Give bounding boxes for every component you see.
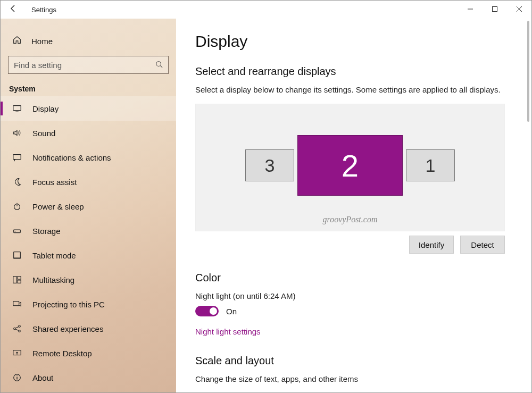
sidebar-item-focus[interactable]: Focus assist [1, 170, 176, 194]
window-body: Home Find a setting System DisplaySoundN… [1, 19, 531, 392]
main-content: Display Select and rearrange displays Se… [176, 19, 531, 392]
color-heading: Color [195, 272, 505, 284]
settings-window: Settings Home Find a sett [0, 0, 532, 393]
share-icon [12, 324, 25, 333]
display-monitor-1[interactable]: 1 [406, 149, 455, 181]
power-icon [12, 202, 25, 211]
close-button[interactable] [507, 1, 531, 18]
svg-rect-11 [14, 230, 21, 232]
night-light-toggle[interactable] [195, 306, 219, 316]
display-monitor-2[interactable]: 2 [297, 135, 403, 196]
svg-rect-8 [13, 155, 21, 160]
chat-icon [12, 153, 25, 162]
sidebar-item-label: Remote Desktop [32, 349, 92, 358]
sidebar-item-tablet[interactable]: Tablet mode [1, 243, 176, 267]
sidebar-item-shared[interactable]: Shared experiences [1, 316, 176, 341]
svg-line-5 [161, 65, 163, 68]
sidebar-item-label: Projecting to this PC [32, 300, 105, 309]
svg-point-12 [15, 231, 15, 231]
project-icon [12, 299, 25, 309]
svg-point-4 [156, 61, 161, 66]
svg-rect-18 [13, 302, 19, 306]
sidebar-item-label: Notifications & actions [32, 153, 111, 162]
moon-icon [12, 177, 25, 187]
multitask-icon [12, 275, 25, 285]
sidebar-home[interactable]: Home [1, 29, 176, 53]
display-arrangement-canvas[interactable]: 321 groovyPost.com [195, 104, 505, 231]
maximize-button[interactable] [483, 1, 507, 18]
toggle-state-label: On [226, 307, 237, 316]
sidebar: Home Find a setting System DisplaySoundN… [1, 19, 176, 392]
night-light-toggle-row: On [195, 306, 505, 316]
sidebar-nav: DisplaySoundNotifications & actionsFocus… [1, 96, 176, 390]
back-button[interactable] [7, 4, 20, 15]
sidebar-item-multitask[interactable]: Multitasking [1, 267, 176, 292]
watermark-text: groovyPost.com [196, 215, 504, 224]
titlebar: Settings [1, 1, 531, 19]
svg-rect-17 [18, 280, 21, 283]
svg-line-23 [15, 329, 18, 331]
svg-rect-6 [13, 106, 21, 111]
display-monitor-3[interactable]: 3 [245, 149, 294, 181]
rearrange-heading: Select and rearrange displays [195, 65, 505, 78]
sidebar-item-projecting[interactable]: Projecting to this PC [1, 292, 176, 316]
sidebar-item-display[interactable]: Display [1, 96, 176, 121]
display-row: 321 [196, 135, 504, 196]
svg-rect-13 [14, 252, 21, 259]
sidebar-home-label: Home [31, 37, 53, 46]
color-group: Color Night light (on until 6:24 AM) On … [195, 272, 505, 337]
sidebar-item-storage[interactable]: Storage [1, 219, 176, 243]
scrollbar[interactable] [527, 19, 530, 390]
svg-point-20 [19, 325, 21, 328]
night-light-settings-link[interactable]: Night light settings [195, 327, 261, 336]
svg-rect-16 [18, 277, 21, 279]
sidebar-item-label: Sound [32, 129, 55, 138]
sound-icon [12, 128, 25, 138]
identify-button[interactable]: Identify [409, 236, 454, 254]
sidebar-item-label: Display [32, 104, 59, 113]
rearrange-subtext: Select a display below to change its set… [195, 85, 505, 94]
sidebar-item-label: Focus assist [32, 178, 77, 187]
scale-group: Scale and layout Change the size of text… [195, 355, 505, 383]
toggle-knob [210, 307, 217, 315]
svg-point-19 [14, 328, 16, 330]
svg-line-22 [15, 327, 18, 328]
search-placeholder: Find a setting [14, 61, 62, 70]
monitor-icon [12, 104, 25, 113]
sidebar-item-power[interactable]: Power & sleep [1, 194, 176, 219]
sidebar-section-title: System [9, 85, 176, 93]
sidebar-item-label: Shared experiences [32, 324, 103, 333]
page-title: Display [195, 32, 505, 51]
night-light-label: Night light (on until 6:24 AM) [195, 291, 505, 300]
search-row: Find a setting [8, 56, 169, 74]
storage-icon [12, 226, 25, 236]
sidebar-item-label: Power & sleep [32, 202, 84, 211]
scale-heading: Scale and layout [195, 355, 505, 367]
sidebar-item-sound[interactable]: Sound [1, 121, 176, 145]
sidebar-item-notifications[interactable]: Notifications & actions [1, 145, 176, 170]
remote-icon [12, 348, 25, 358]
svg-rect-15 [13, 277, 16, 283]
minimize-button[interactable] [458, 1, 483, 18]
window-title: Settings [31, 6, 56, 14]
sidebar-item-remote[interactable]: Remote Desktop [1, 341, 176, 365]
sidebar-item-label: Multitasking [32, 275, 74, 285]
scrollbar-thumb[interactable] [527, 21, 529, 122]
tablet-icon [12, 250, 25, 260]
sidebar-item-label: Storage [32, 227, 61, 236]
active-accent [1, 102, 3, 115]
window-controls [458, 1, 531, 19]
home-icon [12, 35, 25, 47]
svg-point-21 [19, 330, 21, 332]
info-icon [12, 373, 25, 382]
svg-point-27 [16, 375, 18, 377]
sidebar-item-label: About [32, 373, 53, 382]
scale-subtext: Change the size of text, apps, and other… [195, 374, 505, 383]
detect-button[interactable]: Detect [460, 236, 505, 254]
sidebar-item-label: Tablet mode [32, 251, 76, 260]
search-icon [155, 61, 163, 70]
sidebar-item-about[interactable]: About [1, 365, 176, 390]
svg-rect-1 [493, 7, 497, 12]
search-input[interactable]: Find a setting [8, 56, 169, 74]
display-actions: Identify Detect [195, 236, 505, 254]
